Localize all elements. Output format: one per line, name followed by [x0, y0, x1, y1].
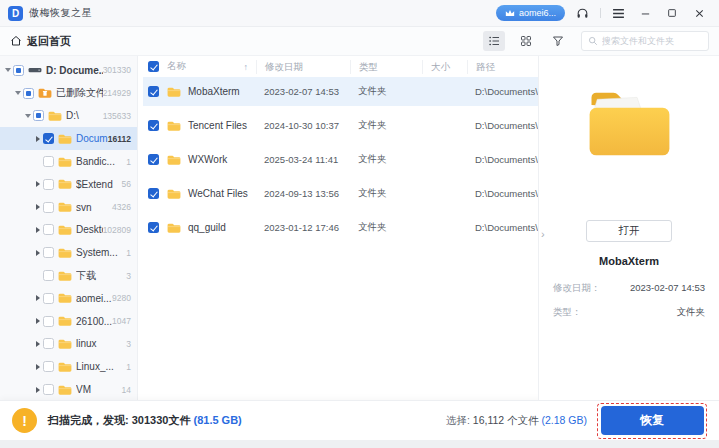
sidebar-item-label: Bandic...: [76, 156, 126, 167]
maximize-button[interactable]: [662, 4, 682, 22]
column-header-size[interactable]: 大小: [422, 60, 467, 74]
chevron-down-icon[interactable]: [3, 68, 12, 72]
sidebar-item[interactable]: 下载3: [0, 264, 137, 287]
support-headset-icon[interactable]: [572, 4, 592, 22]
checkbox[interactable]: [148, 120, 159, 131]
file-rows: MobaXterm2023-02-07 14:53文件夹D:\Documents…: [143, 77, 538, 247]
grid-view-button[interactable]: [515, 31, 537, 51]
checkbox[interactable]: [148, 154, 159, 165]
sidebar-item[interactable]: Linux_...1: [0, 355, 137, 378]
warning-icon: !: [12, 408, 37, 433]
item-count: 1047: [112, 316, 131, 326]
sidebar-item[interactable]: System...1: [0, 241, 137, 264]
app-window: D 傲梅恢复之星 aomei6... 返回首页: [0, 0, 719, 448]
minimize-button[interactable]: [635, 4, 655, 22]
chevron-down-icon[interactable]: [13, 91, 22, 95]
sidebar-item[interactable]: 已删除文件214929: [0, 82, 137, 105]
checkbox[interactable]: [43, 384, 54, 395]
item-count: 56: [122, 179, 131, 189]
checkbox[interactable]: [148, 222, 159, 233]
filter-button[interactable]: [547, 31, 569, 51]
sidebar-item[interactable]: 26100...1047: [0, 310, 137, 333]
checkbox[interactable]: [13, 65, 24, 76]
checkbox[interactable]: [23, 88, 34, 99]
sidebar-item[interactable]: $Extend56: [0, 173, 137, 196]
close-button[interactable]: [689, 4, 709, 22]
checkbox[interactable]: [43, 247, 54, 258]
title-bar: D 傲梅恢复之星 aomei6...: [0, 0, 719, 26]
search-input[interactable]: [602, 36, 702, 46]
column-name-label: 名称: [167, 60, 186, 73]
app-logo-icon: D: [8, 6, 23, 21]
crown-icon: [505, 9, 515, 17]
list-view-button[interactable]: [483, 31, 505, 51]
preview-panel: › 打开 MobaXterm 修改日期：2023-02-07 14:53类型：文…: [538, 56, 719, 400]
file-row[interactable]: Tencent Files2024-10-30 10:37文件夹D:\Docum…: [143, 111, 538, 140]
item-count: 102809: [103, 225, 131, 235]
checkbox[interactable]: [148, 188, 159, 199]
select-all-checkbox[interactable]: [148, 61, 159, 72]
select-all-cell: [143, 61, 167, 72]
file-list: 名称 ↑ 修改日期 类型 大小 路径 MobaXterm2023-02-07 1…: [138, 56, 538, 400]
checkbox[interactable]: [43, 338, 54, 349]
sort-asc-icon[interactable]: ↑: [244, 62, 249, 72]
checkbox[interactable]: [43, 361, 54, 372]
folder-icon: [58, 247, 72, 259]
checkbox[interactable]: [43, 270, 54, 281]
item-count: 1: [126, 362, 131, 372]
chevron-right-icon[interactable]: [33, 250, 42, 256]
checkbox[interactable]: [43, 316, 54, 327]
column-header-type[interactable]: 类型: [350, 60, 422, 74]
chevron-right-icon[interactable]: [33, 318, 42, 324]
checkbox[interactable]: [43, 202, 54, 213]
checkbox[interactable]: [148, 86, 159, 97]
checkbox[interactable]: [43, 224, 54, 235]
checkbox[interactable]: [43, 156, 54, 167]
back-home-button[interactable]: 返回首页: [10, 34, 71, 49]
chevron-down-icon[interactable]: [23, 114, 32, 118]
sidebar-item[interactable]: D: Docume...301330: [0, 59, 137, 82]
checkbox[interactable]: [33, 110, 44, 121]
file-name-cell: qq_guild: [167, 222, 256, 234]
chevron-right-icon[interactable]: [33, 364, 42, 370]
open-button[interactable]: 打开: [586, 220, 672, 242]
file-row[interactable]: qq_guild2023-01-12 17:46文件夹D:\Documents\: [143, 213, 538, 242]
file-name: MobaXterm: [188, 86, 240, 97]
app-title: 傲梅恢复之星: [29, 6, 92, 20]
sidebar-item[interactable]: Bandic...1: [0, 150, 137, 173]
checkbox[interactable]: [43, 179, 54, 190]
column-header-path[interactable]: 路径: [467, 60, 538, 74]
checkbox[interactable]: [43, 133, 54, 144]
column-header-modified[interactable]: 修改日期: [256, 60, 350, 74]
toolbar: 返回首页: [0, 26, 719, 56]
status-bar: ! 扫描完成，发现: 301330文件 (81.5 GB) 选择: 16,112…: [0, 400, 719, 440]
file-row[interactable]: WXWork2025-03-24 11:41文件夹D:\Documents\: [143, 145, 538, 174]
folder-icon: [167, 154, 182, 166]
file-row[interactable]: MobaXterm2023-02-07 14:53文件夹D:\Documents…: [143, 77, 538, 106]
sidebar-item[interactable]: Desktop102809: [0, 219, 137, 242]
chevron-right-icon[interactable]: [33, 204, 42, 210]
sidebar-item[interactable]: VM14: [0, 378, 137, 400]
chevron-right-icon[interactable]: [33, 295, 42, 301]
chevron-right-icon[interactable]: [33, 387, 42, 393]
file-name-cell: Tencent Files: [167, 120, 256, 132]
file-name: WeChat Files: [188, 188, 248, 199]
chevron-right-icon[interactable]: [33, 136, 42, 142]
sidebar-item[interactable]: aomei...9280: [0, 287, 137, 310]
recover-button[interactable]: 恢复: [601, 406, 704, 435]
sidebar-item[interactable]: D:\135633: [0, 105, 137, 128]
chevron-right-icon[interactable]: [33, 341, 42, 347]
sidebar-item[interactable]: svn4326: [0, 196, 137, 219]
file-row[interactable]: WeChat Files2024-09-13 13:56文件夹D:\Docume…: [143, 179, 538, 208]
chevron-right-icon[interactable]: [33, 181, 42, 187]
sidebar-item[interactable]: linux3: [0, 333, 137, 356]
account-button[interactable]: aomei6...: [496, 5, 565, 21]
menu-icon[interactable]: [608, 4, 628, 22]
column-header-name[interactable]: 名称 ↑: [167, 60, 256, 73]
collapse-panel-icon[interactable]: ›: [541, 228, 545, 240]
file-list-header: 名称 ↑ 修改日期 类型 大小 路径: [143, 56, 538, 77]
search-box[interactable]: [581, 31, 709, 51]
chevron-right-icon[interactable]: [33, 227, 42, 233]
checkbox[interactable]: [43, 293, 54, 304]
sidebar-item[interactable]: Docum...16112: [0, 127, 137, 150]
